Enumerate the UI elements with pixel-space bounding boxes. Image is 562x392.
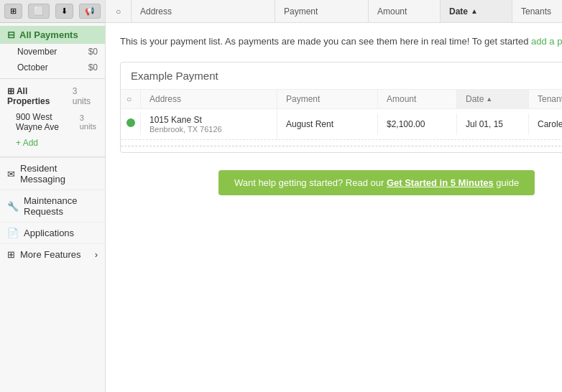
messaging-icon: ✉ bbox=[7, 169, 15, 179]
more-features-item[interactable]: ⊞ More Features › bbox=[0, 243, 105, 265]
ex-checkbox-col: ○ bbox=[121, 90, 141, 108]
october-amount: $0 bbox=[88, 62, 98, 73]
sort-arrow-icon: ▲ bbox=[471, 7, 478, 15]
ex-sort-icon: ▲ bbox=[486, 95, 492, 103]
october-label: October bbox=[17, 62, 48, 73]
payment-col-header[interactable]: Payment bbox=[275, 0, 369, 22]
october-item[interactable]: October $0 bbox=[0, 60, 105, 75]
chevron-right-icon: › bbox=[95, 249, 98, 260]
get-started-link[interactable]: Get Started in 5 Minutes bbox=[387, 177, 494, 188]
applications-label: Applications bbox=[24, 228, 74, 238]
toolbar: ⊞ ⬜ ⬇ 📢 bbox=[0, 0, 105, 23]
grid-icon: ⊞ bbox=[10, 6, 17, 16]
download-button[interactable]: ⬇ bbox=[55, 4, 73, 19]
row-tenants: Carole bbox=[529, 113, 562, 135]
row-separator bbox=[121, 146, 562, 146]
screen-button[interactable]: ⬜ bbox=[28, 4, 50, 19]
november-amount: $0 bbox=[88, 47, 98, 57]
radio-circle-icon bbox=[126, 118, 135, 127]
amount-col-header[interactable]: Amount bbox=[369, 0, 441, 22]
add-property-link[interactable]: + Add bbox=[0, 135, 105, 151]
more-features-icon: ⊞ bbox=[7, 249, 15, 260]
applications-item[interactable]: 📄 Applications bbox=[0, 222, 105, 243]
applications-icon: 📄 bbox=[7, 228, 19, 238]
ex-date-col[interactable]: Date ▲ bbox=[457, 90, 529, 108]
sidebar: ⊞ ⬜ ⬇ 📢 ⊟ All Payments November $0 Octob… bbox=[0, 0, 106, 392]
checkbox-icon: ○ bbox=[116, 6, 121, 17]
tenants-col-header[interactable]: Tenants bbox=[512, 0, 562, 22]
column-header: ○ Address Payment Amount Date ▲ Tenants … bbox=[106, 0, 562, 23]
screen-icon: ⬜ bbox=[34, 6, 44, 16]
ex-tenants-col: Tenants bbox=[529, 90, 562, 108]
resident-messaging-label: Resident Messaging bbox=[20, 163, 98, 185]
cta-bar: Want help getting started? Read our Get … bbox=[120, 170, 562, 195]
property-units: 3 units bbox=[80, 113, 98, 131]
all-payments-label: All Payments bbox=[19, 29, 78, 40]
maintenance-requests-label: Maintenance Requests bbox=[24, 195, 98, 217]
example-box-title: Example Payment bbox=[121, 62, 562, 90]
maintenance-icon: 🔧 bbox=[7, 201, 19, 212]
maintenance-requests-item[interactable]: 🔧 Maintenance Requests bbox=[0, 190, 105, 222]
address-col-header[interactable]: Address bbox=[132, 0, 275, 22]
payments-icon: ⊟ bbox=[7, 29, 15, 40]
checkbox-col-header[interactable]: ○ bbox=[106, 0, 132, 22]
ex-address-col: Address bbox=[141, 90, 277, 108]
row-radio[interactable] bbox=[121, 113, 141, 135]
announce-button[interactable]: 📢 bbox=[79, 4, 101, 19]
properties-section: ⊞ All Properties 3 units 900 West Wayne … bbox=[0, 79, 105, 154]
intro-paragraph: This is your payment list. As payments a… bbox=[120, 34, 562, 49]
november-item[interactable]: November $0 bbox=[0, 44, 105, 60]
table-row: 1015 Kane St Benbrook, TX 76126 August R… bbox=[121, 109, 562, 140]
properties-units: 3 units bbox=[73, 86, 98, 106]
ex-amount-col: Amount bbox=[378, 90, 457, 108]
properties-icon: ⊞ bbox=[7, 86, 17, 96]
property-item[interactable]: 900 West Wayne Ave 3 units bbox=[0, 109, 105, 135]
property-label: 900 West Wayne Ave bbox=[16, 112, 80, 132]
announce-icon: 📢 bbox=[85, 6, 95, 16]
row-amount: $2,100.00 bbox=[378, 113, 457, 135]
row-address: 1015 Kane St Benbrook, TX 76126 bbox=[141, 109, 277, 139]
more-features-label: More Features bbox=[20, 249, 81, 260]
all-payments-item[interactable]: ⊟ All Payments bbox=[0, 26, 105, 44]
example-table-header: ○ Address Payment Amount Date ▲ Tenants bbox=[121, 90, 562, 109]
example-payment-box: Example Payment ○ Address Payment Amount… bbox=[120, 62, 562, 153]
ex-payment-col: Payment bbox=[277, 90, 378, 108]
row-payment: August Rent bbox=[277, 113, 378, 135]
content-area: This is your payment list. As payments a… bbox=[106, 23, 562, 392]
row-date: Jul 01, 15 bbox=[457, 113, 529, 135]
cta-box: Want help getting started? Read our Get … bbox=[218, 170, 535, 195]
all-properties-label: ⊞ All Properties bbox=[7, 86, 73, 106]
resident-messaging-item[interactable]: ✉ Resident Messaging bbox=[0, 157, 105, 190]
november-label: November bbox=[17, 47, 57, 57]
all-properties-header[interactable]: ⊞ All Properties 3 units bbox=[0, 82, 105, 109]
payments-section: ⊟ All Payments November $0 October $0 bbox=[0, 23, 105, 78]
add-property-link[interactable]: add a property bbox=[531, 36, 562, 47]
main-content: ○ Address Payment Amount Date ▲ Tenants … bbox=[106, 0, 562, 392]
grid-button[interactable]: ⊞ bbox=[4, 4, 22, 19]
date-col-header[interactable]: Date ▲ bbox=[441, 0, 512, 22]
download-icon: ⬇ bbox=[61, 6, 68, 16]
